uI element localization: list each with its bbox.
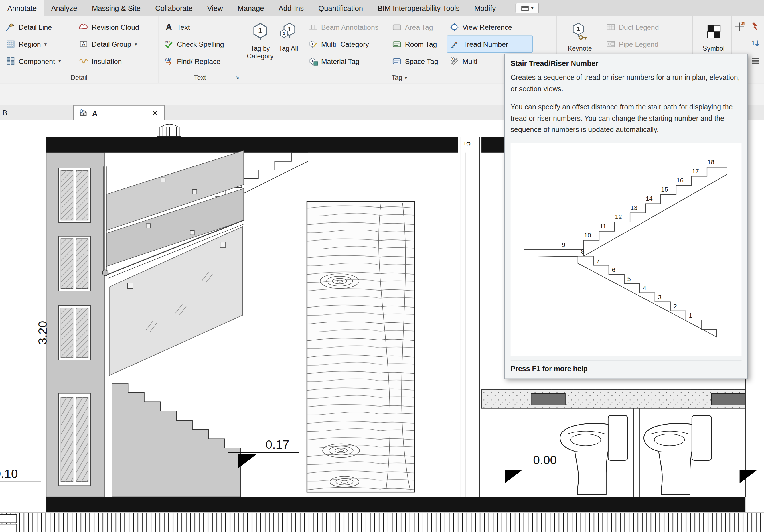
button-label: Multi- (462, 57, 480, 65)
toilet-fixture (644, 416, 711, 494)
view-tab-b[interactable]: B (0, 105, 73, 120)
svg-text:14: 14 (646, 195, 653, 202)
chevron-down-icon: ▾ (44, 41, 47, 47)
tab-manage[interactable]: Manage (230, 0, 271, 16)
tread-number-button[interactable]: Tread Number (447, 36, 533, 53)
svg-text:8: 8 (581, 248, 585, 255)
insulation-icon (79, 56, 89, 66)
svg-text:11: 11 (600, 222, 606, 230)
detail-line-button[interactable]: Detail Line (3, 19, 76, 36)
detail-group-icon: A (79, 39, 89, 49)
text-icon: A (164, 22, 174, 32)
beam-annotations-button[interactable]: Beam Annotations (305, 19, 389, 36)
svg-text:1: 1 (751, 40, 755, 47)
detail-group-button[interactable]: A Detail Group ▾ (76, 36, 142, 53)
area-tag-button[interactable]: Area Tag (389, 19, 447, 36)
text-button[interactable]: A Text (161, 19, 226, 36)
keynote-icon (570, 22, 589, 41)
tab-add-ins[interactable]: Add-Ins (271, 0, 311, 16)
pipe-legend-icon (606, 39, 616, 49)
tag-by-category-button[interactable]: Tag by Category (245, 19, 275, 71)
foundation-hatch (0, 513, 764, 532)
right-wall: 5 (461, 137, 479, 497)
space-tag-button[interactable]: Space Tag (389, 53, 447, 70)
spot-slope-icon[interactable] (749, 21, 761, 33)
room-tag-icon (392, 39, 402, 49)
view-icon (79, 108, 88, 118)
region-button[interactable]: Region ▾ (3, 36, 76, 53)
chevron-down-icon: ▾ (59, 59, 61, 64)
tab-modify[interactable]: Modify (467, 0, 503, 16)
panel-label-text: Text (158, 74, 242, 82)
level-label-017: 0.17 (266, 438, 289, 451)
duct-legend-icon (606, 22, 616, 32)
svg-text:1: 1 (689, 312, 692, 319)
check-spelling-button[interactable]: ABC Check Spelling (161, 36, 226, 53)
svg-text:16: 16 (676, 177, 683, 184)
svg-text:18: 18 (707, 158, 714, 166)
button-label: Revision Cloud (92, 23, 139, 31)
ribbon-minimize-toggle[interactable]: ▾ (516, 3, 539, 13)
balustrade-ornament (157, 124, 181, 136)
tab-quantification[interactable]: Quantification (311, 0, 370, 16)
panel-state-icon (521, 6, 529, 11)
tab-analyze[interactable]: Analyze (44, 0, 85, 16)
tooltip-stair-tread-riser-number: Stair Tread/Riser Number Creates a seque… (504, 54, 748, 379)
button-label: Multi- Category (321, 40, 369, 48)
material-tag-button[interactable]: Material Tag (305, 53, 389, 70)
tooltip-description: Creates a sequence of tread or riser num… (511, 72, 742, 95)
button-label: Pipe Legend (619, 40, 659, 48)
tab-annotate[interactable]: Annotate (0, 0, 44, 16)
level-label-000: 0.00 (533, 453, 557, 467)
tab-massing-site[interactable]: Massing & Site (85, 0, 148, 16)
tag-by-category-icon (250, 22, 270, 41)
duct-legend-button[interactable]: Duct Legend (603, 19, 661, 36)
detail-line-icon (5, 22, 16, 32)
find-replace-icon: AB (164, 56, 174, 66)
tooltip-title: Stair Tread/Riser Number (511, 59, 742, 67)
svg-text:AB: AB (165, 57, 171, 62)
dialog-launcher-icon[interactable]: ↘ (235, 74, 239, 81)
button-label: View Reference (462, 23, 512, 31)
view-reference-button[interactable]: View Reference (447, 19, 533, 36)
left-wall (46, 152, 105, 497)
view-tab-label: B (3, 108, 7, 117)
insulation-button[interactable]: Insulation (76, 53, 142, 70)
number-arrow-icon[interactable]: 1 (749, 38, 761, 50)
svg-text:7: 7 (597, 257, 600, 264)
tag-all-button[interactable]: Tag All (275, 19, 301, 71)
multi-category-button[interactable]: Multi- Category (305, 36, 389, 53)
button-label: Beam Annotations (321, 23, 378, 31)
component-button[interactable]: Component ▾ (3, 53, 76, 70)
panel-detail: Detail Line Region ▾ (0, 16, 158, 83)
crosshair-arrows-icon[interactable] (734, 21, 745, 33)
svg-text:A: A (166, 22, 172, 32)
button-label: Check Spelling (177, 40, 224, 48)
wall-dim-label: 5 (463, 141, 472, 146)
layers-icon[interactable] (749, 55, 761, 67)
svg-text:3: 3 (658, 294, 662, 301)
find-replace-button[interactable]: AB Find/ Replace (161, 53, 226, 70)
tab-bim-interoperability-tools[interactable]: BIM Interoperability Tools (370, 0, 467, 16)
pipe-legend-button[interactable]: Pipe Legend (603, 36, 661, 53)
multi-rebar-icon (449, 56, 460, 66)
button-label: Material Tag (321, 57, 359, 65)
room-tag-button[interactable]: Room Tag (389, 36, 447, 53)
area-tag-icon (392, 22, 402, 32)
region-icon (5, 39, 16, 49)
tread-number-icon (450, 39, 460, 49)
revit-window: 1 Annotate Analyze Massing & Site Collab… (0, 0, 764, 532)
svg-text:10: 10 (584, 232, 591, 239)
wood-panel (307, 202, 414, 492)
chevron-down-icon: ▾ (135, 41, 137, 47)
bottom-slab (46, 497, 745, 512)
svg-text:4: 4 (643, 284, 646, 292)
tab-collaborate[interactable]: Collaborate (148, 0, 200, 16)
revision-cloud-button[interactable]: Revision Cloud (76, 19, 142, 36)
tooltip-help-hint: Press F1 for more help (511, 360, 742, 374)
revision-cloud-icon (79, 22, 89, 32)
close-view-icon[interactable]: × (150, 108, 159, 117)
button-label: Duct Legend (619, 23, 659, 31)
tab-view[interactable]: View (200, 0, 230, 16)
view-tab-a[interactable]: A × (73, 105, 165, 120)
